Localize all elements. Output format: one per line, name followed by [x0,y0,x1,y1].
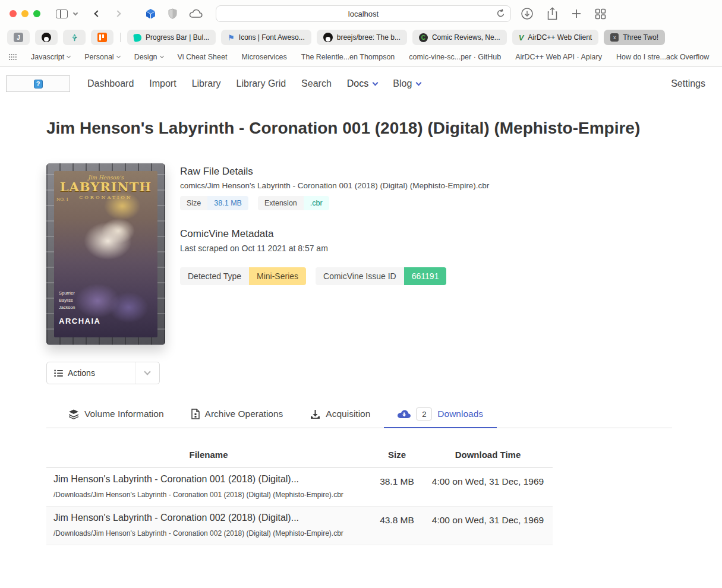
nav-item-docs[interactable]: Docs [339,75,385,93]
actions-label: Actions [68,368,95,378]
j-avatar-icon: J [14,33,23,42]
window-controls [10,10,40,17]
comic-reviews-icon: C [419,33,428,42]
favorite-folder-javascript[interactable]: Javascript [31,53,70,61]
chevron-down-icon [416,80,422,86]
rabbitmq-icon [97,33,107,42]
bookmark-comic-reviews[interactable]: C Comic Reviews, Ne... [412,30,507,45]
cover-credits: Spurrier Bayliss Jackson [59,290,75,311]
download-filename: Jim Henson's Labyrinth - Coronation 002 … [53,513,366,523]
chevron-down-icon [144,368,150,375]
shield-icon[interactable] [168,8,177,19]
favorite-relentless[interactable]: The Relentle...en Thompson [301,53,395,61]
nav-item-blog[interactable]: Blog [385,75,428,93]
bookmark-label: Progress Bar | Bul... [146,33,209,42]
nav-item-library[interactable]: Library [184,75,229,93]
tab-archive-operations[interactable]: Archive Operations [178,402,297,428]
bookmark-j[interactable]: J [7,30,30,45]
favorite-folder-design[interactable]: Design [134,53,163,61]
nav-item-import[interactable]: Import [141,75,184,93]
github-icon [323,33,333,42]
download-size: 43.8 MB [371,507,423,545]
bookmark-rabbitmq[interactable] [91,30,113,45]
extension-cube-icon[interactable] [145,8,156,20]
download-size: 38.1 MB [371,468,423,507]
chevron-down-icon [373,80,379,86]
bulma-icon [133,33,142,42]
nav-item-dashboard[interactable]: Dashboard [80,75,141,93]
favorite-vi-cheat-sheet[interactable]: Vi Cheat Sheet [178,53,228,61]
favorite-comic-vine-scraper[interactable]: comic-vine-sc...per · GitHub [409,53,501,61]
github-icon [42,33,51,42]
flag-icon: ⚑ [228,33,235,42]
column-header-size: Size [371,444,423,468]
tag-key: Detected Type [180,267,249,285]
bookmark-font-awesome[interactable]: ⚑ Icons | Font Aweso... [221,30,311,45]
reload-icon[interactable] [496,9,505,20]
nav-item-library-grid[interactable]: Library Grid [229,75,294,93]
share-icon[interactable] [547,7,558,20]
download-filename: Jim Henson's Labyrinth - Coronation 001 … [53,474,366,485]
raw-file-path: comics/Jim Henson's Labyrinth - Coronati… [180,181,489,190]
bookmark-label: AirDC++ Web Client [528,33,592,42]
nav-item-search[interactable]: Search [294,75,339,93]
detected-type-tag: Detected Type Mini-Series [180,267,306,285]
grid-dots-icon[interactable] [8,53,17,61]
favorite-folder-personal[interactable]: Personal [84,53,119,61]
actions-dropdown[interactable]: Actions [46,362,160,384]
bookmark-airdc[interactable]: V AirDC++ Web Client [512,30,599,45]
bookmark-breejs[interactable]: breejs/bree: The b... [317,30,407,45]
tab-volume-information[interactable]: Volume Information [55,402,178,428]
back-icon[interactable] [94,10,100,17]
chevron-down-icon [160,54,164,58]
favorite-microservices[interactable]: Microservices [241,53,286,61]
favorite-airdc-api[interactable]: AirDC++ Web API · Apiary [515,53,602,61]
zoom-window-button[interactable] [33,10,40,17]
download-icon [310,409,320,419]
comicvine-metadata-heading: ComicVine Metadata [180,228,489,240]
cover-subtitle: CORONATION [79,195,133,200]
broken-image-icon: ? [34,80,43,88]
bookmark-three-two[interactable]: x Three Two! [604,30,665,45]
cover-title: LABYRINTH [60,181,152,193]
download-time: 4:00 on Wed, 31 Dec, 1969 [423,468,553,507]
extension-tag: Extension .cbr [258,196,329,210]
tab-acquisition[interactable]: Acquisition [297,402,384,428]
table-row[interactable]: Jim Henson's Labyrinth - Coronation 001 … [46,468,553,507]
downloads-table: Filename Size Download Time Jim Henson's… [46,444,553,545]
sidebar-options-chevron-icon[interactable] [73,11,78,15]
nav-item-settings[interactable]: Settings [671,78,705,89]
cloud-download-icon [398,409,411,419]
file-archive-icon [191,409,200,419]
favorite-stack-overflow[interactable]: How do I stre...ack Overflow [616,53,709,61]
tag-key: Extension [258,196,304,210]
new-tab-icon[interactable] [571,8,582,19]
actions-caret-button[interactable] [135,362,159,384]
favorites-bar: Javascript Personal Design Vi Cheat Shee… [0,48,722,67]
bookmark-github[interactable] [35,30,58,45]
tag-key: Size [180,196,207,210]
three-two-icon: x [610,33,619,42]
minimize-window-button[interactable] [21,10,29,17]
broken-logo-image: ? [6,75,70,92]
cover-imprint: ARCHAIA [59,317,100,325]
download-filepath: /Downloads/Jim Henson's Labyrinth - Coro… [53,491,366,499]
column-header-download-time: Download Time [423,444,553,468]
cloud-icon[interactable] [189,9,203,18]
tab-overview-icon[interactable] [595,8,606,20]
size-tag: Size 38.1 MB [180,196,248,210]
sidebar-toggle-icon[interactable] [56,10,68,18]
tag-value: 661191 [404,267,447,285]
chevron-down-icon [67,54,71,58]
bookmark-progress-bar[interactable]: Progress Bar | Bul... [127,30,216,45]
url-bar[interactable]: localhost [216,5,511,22]
bookmark-label: Comic Reviews, Ne... [432,33,500,42]
tab-downloads[interactable]: 2 Downloads [384,402,497,428]
close-window-button[interactable] [10,10,17,17]
forward-icon[interactable] [114,10,121,17]
bookmark-teal[interactable] [63,30,86,45]
downloads-button-icon[interactable] [521,7,534,20]
browser-toolbar: localhost [0,0,722,27]
download-time: 4:00 on Wed, 31 Dec, 1969 [423,507,553,545]
table-row[interactable]: Jim Henson's Labyrinth - Coronation 002 … [46,507,553,545]
